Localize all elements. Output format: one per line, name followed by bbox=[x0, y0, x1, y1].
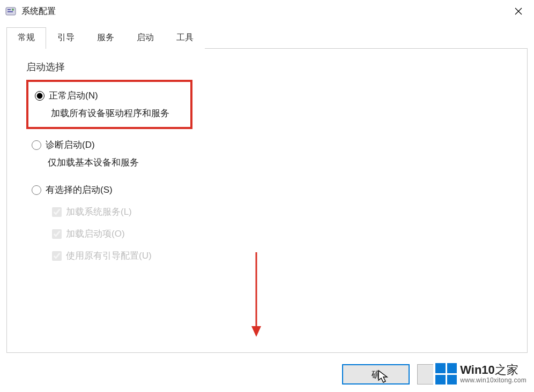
tab-startup[interactable]: 启动 bbox=[125, 27, 165, 49]
check-original-boot: 使用原有引导配置(U) bbox=[52, 250, 512, 262]
radio-diagnostic-startup[interactable]: 诊断启动(D) bbox=[32, 139, 512, 151]
group-title: 启动选择 bbox=[26, 61, 512, 73]
svg-rect-2 bbox=[8, 11, 13, 12]
radio-normal-label: 正常启动(N) bbox=[49, 89, 98, 102]
check-original-boot-label: 使用原有引导配置(U) bbox=[66, 250, 152, 262]
general-panel: 启动选择 正常启动(N) 加载所有设备驱动程序和服务 诊断启动(D) 仅加载基本… bbox=[6, 49, 528, 353]
check-load-services-input bbox=[52, 207, 62, 217]
svg-rect-1 bbox=[8, 9, 11, 10]
app-icon bbox=[5, 6, 16, 17]
watermark-title: Win10之家 bbox=[460, 364, 526, 376]
tab-general[interactable]: 常规 bbox=[6, 27, 46, 49]
radio-diagnostic-label: 诊断启动(D) bbox=[46, 139, 95, 151]
tab-tools[interactable]: 工具 bbox=[165, 27, 205, 49]
title-bar: 系统配置 bbox=[0, 0, 534, 22]
highlight-annotation: 正常启动(N) 加载所有设备驱动程序和服务 bbox=[26, 80, 192, 129]
radio-selective-startup[interactable]: 有选择的启动(S) bbox=[32, 184, 512, 196]
ok-button[interactable]: 确 bbox=[342, 364, 410, 385]
close-icon bbox=[515, 7, 522, 15]
radio-normal-startup[interactable]: 正常启动(N) bbox=[35, 89, 184, 102]
svg-marker-7 bbox=[251, 326, 261, 337]
radio-selective-input[interactable] bbox=[32, 185, 41, 195]
radio-selective-block: 有选择的启动(S) bbox=[32, 184, 512, 196]
radio-diagnostic-block: 诊断启动(D) 仅加载基本设备和服务 bbox=[32, 139, 512, 169]
radio-diagnostic-desc: 仅加载基本设备和服务 bbox=[48, 156, 512, 169]
startup-selection-group: 启动选择 正常启动(N) 加载所有设备驱动程序和服务 诊断启动(D) 仅加载基本… bbox=[22, 61, 512, 262]
windows-logo-icon bbox=[435, 363, 457, 385]
tab-boot[interactable]: 引导 bbox=[46, 27, 86, 49]
watermark: Win10之家 www.win10xitong.com bbox=[433, 362, 529, 385]
check-original-boot-input bbox=[52, 251, 62, 261]
arrow-annotation bbox=[248, 252, 264, 338]
radio-selective-label: 有选择的启动(S) bbox=[46, 184, 113, 196]
radio-normal-input[interactable] bbox=[35, 91, 44, 101]
radio-diagnostic-input[interactable] bbox=[32, 140, 41, 150]
check-load-services: 加载系统服务(L) bbox=[52, 206, 512, 218]
check-load-services-label: 加载系统服务(L) bbox=[66, 206, 132, 218]
check-load-startup-input bbox=[52, 229, 62, 239]
radio-normal-desc: 加载所有设备驱动程序和服务 bbox=[51, 107, 184, 119]
svg-point-3 bbox=[12, 9, 14, 11]
check-load-startup-label: 加载启动项(O) bbox=[66, 228, 125, 240]
close-button[interactable] bbox=[506, 2, 531, 20]
tab-strip: 常规 引导 服务 启动 工具 bbox=[6, 27, 528, 49]
check-load-startup: 加载启动项(O) bbox=[52, 228, 512, 240]
tab-services[interactable]: 服务 bbox=[86, 27, 125, 49]
watermark-url: www.win10xitong.com bbox=[460, 377, 526, 384]
window-title: 系统配置 bbox=[21, 6, 56, 17]
